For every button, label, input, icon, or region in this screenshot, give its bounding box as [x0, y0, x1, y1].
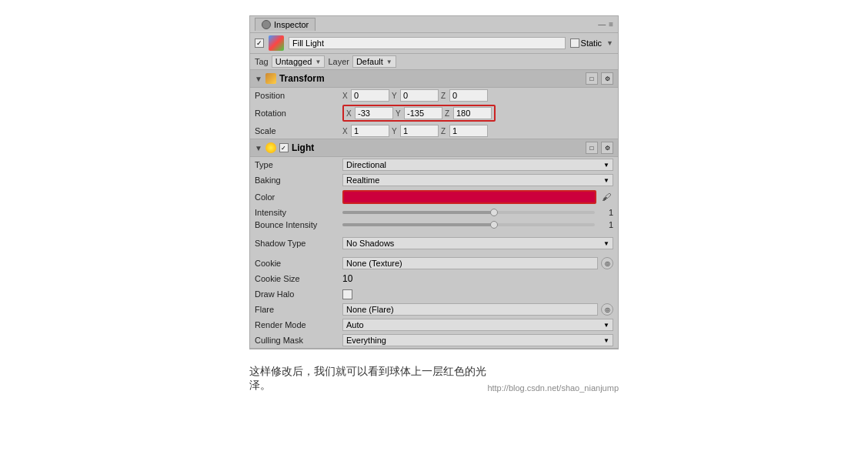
- minimize-icon[interactable]: —: [598, 20, 606, 28]
- scale-y-input[interactable]: [400, 125, 439, 137]
- transform-copy-btn[interactable]: □: [586, 72, 598, 85]
- render-mode-row: Render Mode Auto ▼: [250, 317, 618, 333]
- position-z-input[interactable]: [449, 89, 488, 102]
- tag-layer-row: Tag Untagged ▼ Layer Default ▼: [250, 54, 618, 70]
- culling-mask-arrow-icon: ▼: [603, 337, 609, 344]
- flare-value: None (Flare): [346, 305, 394, 314]
- eyedropper-icon[interactable]: 🖌: [599, 190, 613, 204]
- tag-label: Tag: [255, 57, 269, 66]
- flare-target-icon[interactable]: ◎: [601, 303, 613, 316]
- shadow-value: No Shadows: [346, 239, 394, 248]
- type-label: Type: [255, 160, 339, 169]
- color-label: Color: [255, 192, 339, 202]
- shadow-label: Shadow Type: [255, 239, 339, 248]
- inspector-header: Inspector — ≡: [250, 16, 618, 33]
- shadow-arrow-icon: ▼: [603, 240, 609, 247]
- layer-dropdown[interactable]: Default ▼: [352, 55, 396, 68]
- rotation-x-input[interactable]: [355, 107, 393, 119]
- gameobject-row: ✓ Static ▼: [250, 33, 618, 54]
- scale-x-axis: X: [342, 127, 350, 135]
- gameobject-icon: [269, 35, 284, 51]
- position-y-input[interactable]: [400, 89, 439, 102]
- flare-row: Flare None (Flare) ◎: [250, 302, 618, 317]
- cookie-value: None (Texture): [346, 259, 402, 268]
- position-x-group: X: [342, 89, 389, 102]
- transform-title: Transform: [279, 73, 583, 84]
- light-collapse-arrow[interactable]: ▼: [255, 144, 262, 152]
- light-copy-btn[interactable]: □: [586, 142, 598, 154]
- transform-section: ▼ Transform □ ⚙ Position X Y Z: [250, 70, 618, 139]
- bounce-slider[interactable]: [342, 223, 595, 226]
- transform-section-header: ▼ Transform □ ⚙: [250, 70, 618, 88]
- static-checkbox-group: Static: [570, 38, 603, 48]
- tag-dropdown[interactable]: Untagged ▼: [272, 55, 326, 68]
- cookie-row: Cookie None (Texture) ◎: [250, 256, 618, 271]
- gameobject-name-field[interactable]: [289, 37, 566, 49]
- rotation-label: Rotation: [255, 109, 339, 118]
- position-z-group: Z: [441, 89, 488, 102]
- static-checkbox[interactable]: [570, 38, 579, 48]
- expand-icon[interactable]: ≡: [609, 20, 613, 28]
- light-settings-btn[interactable]: ⚙: [601, 142, 613, 154]
- light-title: Light: [292, 142, 583, 153]
- static-dropdown-arrow[interactable]: ▼: [606, 39, 613, 47]
- scale-z-input[interactable]: [449, 125, 488, 137]
- baking-arrow-icon: ▼: [603, 177, 609, 184]
- bounce-row: Bounce Intensity 1: [250, 219, 618, 231]
- intensity-slider[interactable]: [342, 211, 595, 214]
- transform-icon: [265, 73, 276, 84]
- scale-z-group: Z: [441, 125, 488, 137]
- gameobject-active-checkbox[interactable]: ✓: [255, 38, 264, 48]
- rotation-z-input[interactable]: [453, 107, 492, 119]
- scale-y-group: Y: [392, 125, 439, 137]
- rotation-z-group: Z: [445, 107, 492, 119]
- render-mode-dropdown[interactable]: Auto ▼: [342, 319, 613, 331]
- culling-mask-row: Culling Mask Everything ▼: [250, 333, 618, 348]
- position-fields: X Y Z: [342, 89, 613, 102]
- light-active-checkbox[interactable]: ✓: [279, 143, 289, 152]
- rotation-y-input[interactable]: [404, 107, 442, 119]
- render-mode-arrow-icon: ▼: [603, 322, 609, 329]
- color-swatch[interactable]: [342, 190, 596, 204]
- scale-label: Scale: [255, 126, 339, 135]
- light-section-header: ▼ ✓ Light □ ⚙: [250, 139, 618, 157]
- position-y-group: Y: [392, 89, 439, 102]
- inspector-panel: Inspector — ≡ ✓ Static ▼ Tag Untagged ▼ …: [249, 15, 619, 349]
- inspector-tab[interactable]: Inspector: [255, 18, 315, 31]
- rotation-y-group: Y: [396, 107, 442, 119]
- type-dropdown[interactable]: Directional ▼: [342, 159, 613, 171]
- culling-mask-label: Culling Mask: [255, 336, 339, 345]
- rotation-y-axis: Y: [396, 109, 403, 118]
- type-arrow-icon: ▼: [603, 162, 609, 169]
- scale-x-input[interactable]: [351, 125, 389, 137]
- flare-dropdown[interactable]: None (Flare): [342, 303, 598, 316]
- flare-label: Flare: [255, 305, 339, 314]
- cookie-label: Cookie: [255, 259, 339, 268]
- type-value: Directional: [346, 160, 386, 169]
- scale-z-axis: Z: [441, 127, 449, 135]
- position-x-input[interactable]: [351, 89, 389, 102]
- intensity-value: 1: [598, 208, 613, 217]
- cookie-size-value: 10: [342, 273, 352, 284]
- culling-mask-dropdown[interactable]: Everything ▼: [342, 334, 613, 346]
- transform-controls: □ ⚙: [586, 72, 613, 85]
- cookie-size-label: Cookie Size: [255, 274, 339, 283]
- layer-arrow-icon: ▼: [386, 58, 392, 65]
- transform-collapse-arrow[interactable]: ▼: [255, 75, 262, 83]
- position-z-axis: Z: [441, 92, 449, 100]
- bottom-text-area: 这样修改后，我们就可以看到球体上一层红色的光泽。 http://blog.csd…: [249, 365, 619, 393]
- draw-halo-checkbox[interactable]: [342, 289, 352, 299]
- tag-value: Untagged: [275, 57, 312, 66]
- light-section: ▼ ✓ Light □ ⚙ Type Directional ▼ Baking …: [250, 139, 618, 349]
- transform-settings-btn[interactable]: ⚙: [601, 72, 613, 85]
- cookie-target-icon[interactable]: ◎: [601, 257, 613, 269]
- scale-x-group: X: [342, 125, 389, 137]
- static-label: Static: [581, 38, 603, 48]
- inspector-window-controls: — ≡: [598, 20, 613, 28]
- light-controls: □ ⚙: [586, 142, 613, 154]
- baking-dropdown[interactable]: Realtime ▼: [342, 174, 613, 186]
- cookie-dropdown[interactable]: None (Texture): [342, 257, 598, 269]
- shadow-dropdown[interactable]: No Shadows ▼: [342, 237, 613, 249]
- draw-halo-row: Draw Halo: [250, 286, 618, 302]
- rotation-row: Rotation X Y Z: [250, 103, 618, 123]
